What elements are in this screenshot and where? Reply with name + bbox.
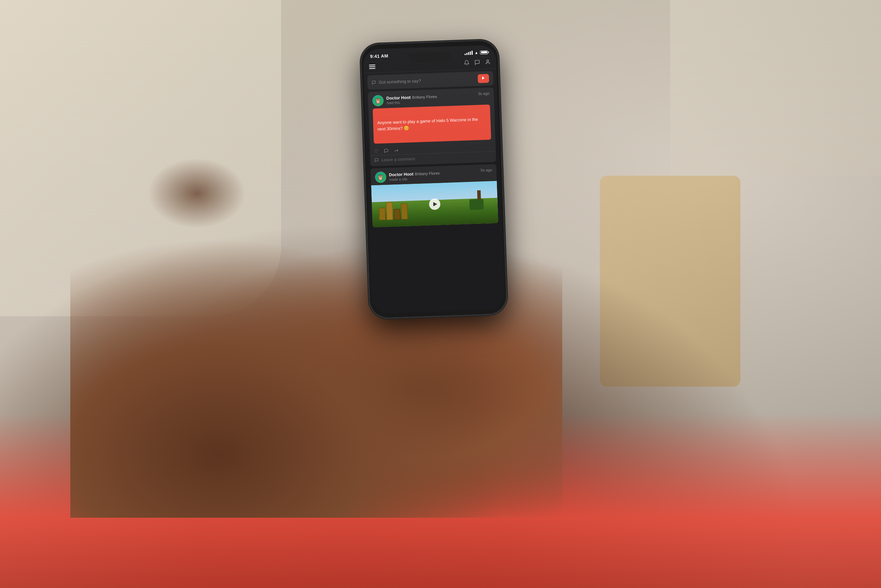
chat-icon[interactable] — [474, 59, 480, 66]
post-1-text: Anyone want to play a game of Halo 5 War… — [377, 116, 486, 132]
menu-button[interactable] — [369, 64, 375, 69]
post-1-comment-placeholder: Leave a comment — [381, 156, 415, 162]
post-composer[interactable]: Got something to say? — [367, 71, 493, 90]
post-2-author-sub: Brittany Flores — [415, 171, 440, 176]
battery-tip — [488, 51, 488, 53]
block-3 — [394, 209, 400, 220]
phone-screen: 9:41 AM ▲ — [363, 45, 505, 314]
notifications-icon[interactable] — [463, 60, 469, 67]
post-1-avatar: 🦉 — [372, 95, 384, 106]
battery-fill — [481, 51, 487, 54]
compose-icon — [372, 80, 376, 84]
bg-window-right — [670, 0, 881, 176]
post-1-author-info: Doctor Hoot Brittany Flores Said this — [386, 94, 437, 105]
battery-icon — [480, 50, 488, 54]
block-4 — [401, 204, 408, 220]
composer-send-button[interactable] — [478, 74, 489, 83]
avatar-inner: 🦉 — [372, 95, 384, 106]
post-1-content[interactable]: Anyone want to play a game of Halo 5 War… — [373, 104, 491, 144]
post-1-author: 🦉 Doctor Hoot Brittany Flores Said this — [372, 93, 437, 106]
post-1-author-name: Doctor Hoot — [386, 95, 411, 100]
menu-line-1 — [369, 64, 375, 65]
block-1 — [379, 208, 385, 220]
menu-line-3 — [369, 68, 375, 69]
phone-device: 9:41 AM ▲ — [361, 40, 507, 318]
post-2-avatar: 🦉 — [375, 171, 386, 183]
post-1-author-sub: Brittany Flores — [412, 94, 437, 99]
battery-body — [480, 50, 487, 54]
post-card-1: 🦉 Doctor Hoot Brittany Flores Said this — [367, 87, 496, 166]
avatar-inner-2: 🦉 — [375, 171, 386, 183]
post-2-timestamp: 5s ago — [480, 168, 492, 172]
block-2 — [386, 202, 393, 220]
status-icons: ▲ — [464, 50, 488, 55]
post-2-author: 🦉 Doctor Hoot Brittany Flores made a cli… — [375, 170, 440, 183]
signal-icon — [464, 51, 472, 55]
svg-point-0 — [487, 60, 489, 62]
post-1-like-button[interactable]: ♡ — [374, 148, 379, 154]
menu-line-2 — [369, 66, 375, 67]
tree-leaves — [469, 199, 484, 210]
clip-blocks — [379, 202, 408, 220]
avatar-owl-icon: 🦉 — [374, 98, 382, 104]
wifi-icon: ▲ — [474, 50, 478, 54]
comment-icon — [374, 158, 379, 162]
play-triangle-icon — [433, 202, 437, 206]
phone-outer-shell: 9:41 AM ▲ — [361, 40, 507, 318]
post-card-2: 🦉 Doctor Hoot Brittany Flores made a cli… — [370, 164, 498, 227]
post-1-timestamp: 3s ago — [478, 91, 489, 96]
svg-marker-1 — [482, 76, 484, 80]
clip-tree — [474, 190, 484, 210]
send-icon — [481, 76, 485, 80]
composer-placeholder: Got something to say? — [379, 76, 475, 85]
header-icon-group — [463, 59, 491, 67]
profile-icon[interactable] — [485, 59, 491, 66]
phone-notch — [408, 51, 451, 63]
feed-area: Got something to say? 🦉 — [363, 69, 504, 310]
post-2-author-info: Doctor Hoot Brittany Flores made a clip — [389, 171, 440, 182]
post-1-share-button[interactable] — [394, 148, 399, 153]
status-time: 9:41 AM — [370, 53, 388, 59]
clip-thumbnail[interactable] — [371, 181, 498, 227]
post-1-comment-button[interactable] — [384, 148, 388, 153]
avatar-owl-icon-2: 🦉 — [377, 174, 384, 181]
post-2-author-name: Doctor Hoot — [389, 171, 413, 177]
